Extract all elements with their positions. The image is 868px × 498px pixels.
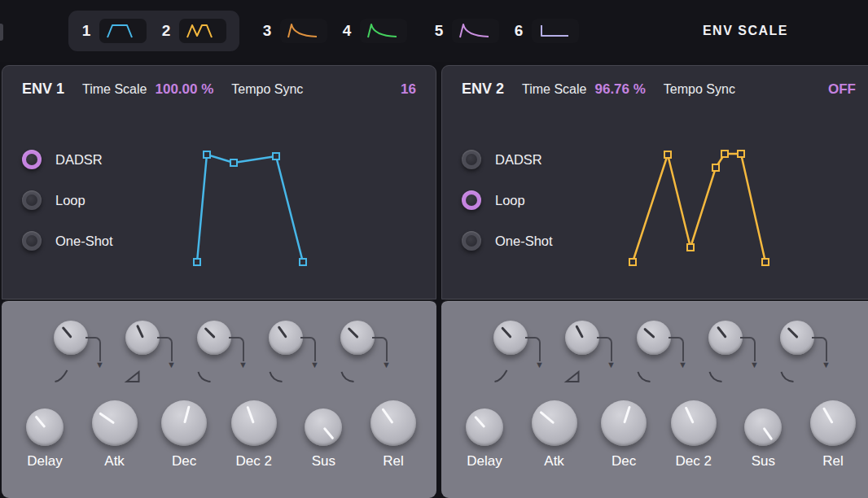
env2-curve-knob-3[interactable]: [637, 321, 671, 355]
env2-decay2-knob[interactable]: [671, 400, 717, 446]
knob-label: Dec 2: [676, 453, 712, 470]
env2-curve-unit-1: ▼: [487, 321, 550, 392]
env-scale-button[interactable]: ENV SCALE: [703, 24, 788, 38]
env2-mode-dadsr[interactable]: DADSR: [462, 150, 616, 169]
env2-envelope-editor[interactable]: [616, 135, 856, 282]
env-tab-2-thumbnail: [179, 19, 226, 43]
env-tab-3-number: 3: [262, 22, 272, 40]
radio-button-icon[interactable]: [22, 190, 42, 210]
stage-arrow-icon: ▼: [310, 360, 319, 369]
radio-button-icon[interactable]: [462, 231, 481, 251]
env-tab-5[interactable]: 5: [434, 19, 499, 43]
mode-label: Loop: [55, 193, 85, 208]
env1-decay2-control: Dec 2: [230, 400, 278, 470]
env-tab-4-thumbnail: [360, 19, 407, 43]
radio-button-icon[interactable]: [22, 231, 42, 251]
env1-curve-knob-3[interactable]: [197, 321, 231, 355]
env-tab-6[interactable]: 6: [514, 19, 579, 43]
radio-button-icon[interactable]: [462, 150, 481, 169]
env1-decay-knob[interactable]: [161, 400, 207, 446]
env-tab-2[interactable]: 2: [161, 19, 226, 43]
stage-arrow-icon: ▼: [678, 360, 687, 369]
env2-stage-knob-row: Delay Atk Dec Dec 2 Sus: [441, 392, 868, 470]
knob-label: Dec: [612, 453, 636, 470]
env1-display-section: ENV 1 Time Scale 100.00 % Tempo Sync 16 …: [2, 65, 436, 299]
env1-release-knob[interactable]: [370, 400, 416, 446]
env2-decay-control: Dec: [600, 400, 647, 470]
env1-curve-unit-1: ▼: [47, 321, 111, 392]
env1-attack-knob[interactable]: [92, 400, 138, 446]
env1-curve-unit-4: ▼: [262, 321, 326, 392]
env1-curve-unit-3: ▼: [191, 321, 254, 392]
env1-curve-knob-2[interactable]: [125, 321, 160, 355]
env1-body: DADSR Loop One-Shot: [22, 135, 416, 282]
env-tab-group-3-4: 3 4: [262, 19, 407, 43]
knob-label: Atk: [544, 453, 564, 470]
env1-curve-knob-5[interactable]: [340, 321, 375, 355]
radio-button-icon[interactable]: [462, 190, 481, 210]
env-5-mini-curve-icon: [456, 22, 495, 40]
stage-arrow-icon: ▼: [95, 360, 104, 369]
tempo-sync-label: Tempo Sync: [664, 82, 735, 97]
env2-mode-loop[interactable]: Loop: [462, 190, 616, 210]
knob-label: Rel: [822, 453, 844, 470]
mode-label: Loop: [495, 193, 525, 208]
stage-connector-line: [597, 337, 612, 361]
env2-panel: ENV 2 Time Scale 96.76 % Tempo Sync OFF …: [441, 65, 868, 498]
env2-header: ENV 2 Time Scale 96.76 % Tempo Sync OFF: [462, 81, 856, 98]
stage-arrow-icon: ▼: [239, 360, 248, 369]
stage-arrow-icon: ▼: [822, 360, 831, 369]
env-2-mini-curve-icon: [183, 22, 222, 40]
knob-label: Dec: [172, 453, 196, 470]
window-edge-divider: [0, 24, 3, 41]
env2-curve-knob-5[interactable]: [780, 321, 814, 355]
env2-curve-knob-2[interactable]: [565, 321, 599, 355]
curve-shape-icon: [563, 368, 581, 384]
env2-delay-knob[interactable]: [466, 408, 503, 446]
env1-delay-knob[interactable]: [26, 408, 64, 446]
env1-curve-unit-5: ▼: [334, 321, 397, 392]
env2-sustain-knob[interactable]: [744, 408, 782, 446]
env2-sustain-control: Sus: [739, 408, 787, 470]
env2-attack-knob[interactable]: [532, 400, 577, 446]
env-tab-4[interactable]: 4: [342, 19, 407, 43]
env-tab-3[interactable]: 3: [262, 19, 327, 43]
knob-label: Atk: [104, 453, 125, 470]
env1-decay2-knob[interactable]: [231, 400, 277, 446]
env1-delay-control: Delay: [21, 408, 68, 470]
tempo-sync-value[interactable]: OFF: [828, 81, 856, 98]
curve-shape-icon: [707, 368, 725, 384]
time-scale-value[interactable]: 96.76 %: [594, 81, 645, 98]
env2-decay2-control: Dec 2: [670, 400, 717, 470]
knob-label: Rel: [383, 453, 404, 470]
env2-release-knob[interactable]: [810, 400, 856, 446]
env1-knob-section: ▼ ▼ ▼ ▼: [2, 299, 436, 498]
stage-connector-line: [157, 337, 173, 361]
env1-sustain-knob[interactable]: [305, 408, 342, 446]
env1-curve-knob-row: ▼ ▼ ▼ ▼: [2, 301, 436, 392]
time-scale-value[interactable]: 100.00 %: [155, 81, 213, 98]
stage-arrow-icon: ▼: [382, 360, 391, 369]
env2-curve-knob-1[interactable]: [493, 321, 528, 355]
env-tab-5-thumbnail: [452, 19, 499, 43]
env2-mode-one-shot[interactable]: One-Shot: [462, 231, 616, 251]
tempo-sync-value[interactable]: 16: [401, 81, 416, 98]
env2-attack-control: Atk: [531, 400, 578, 470]
env1-mode-one-shot[interactable]: One-Shot: [22, 231, 177, 251]
stage-connector-line: [300, 337, 316, 361]
env1-curve-knob-4[interactable]: [269, 321, 303, 355]
stage-arrow-icon: ▼: [607, 360, 616, 369]
env-tab-1[interactable]: 1: [81, 19, 147, 43]
env-tab-6-thumbnail: [532, 19, 579, 43]
curve-shape-icon: [778, 368, 796, 384]
env1-curve-unit-2: ▼: [119, 321, 182, 392]
env1-mode-dadsr[interactable]: DADSR: [22, 150, 177, 169]
radio-button-icon[interactable]: [22, 150, 42, 169]
env1-curve-knob-1[interactable]: [54, 321, 88, 355]
curve-shape-icon: [492, 368, 510, 384]
env2-decay-knob[interactable]: [601, 400, 647, 446]
curve-shape-icon: [635, 368, 653, 384]
env2-curve-knob-4[interactable]: [708, 321, 743, 355]
env1-envelope-editor[interactable]: [177, 135, 416, 282]
env1-mode-loop[interactable]: Loop: [22, 190, 177, 210]
